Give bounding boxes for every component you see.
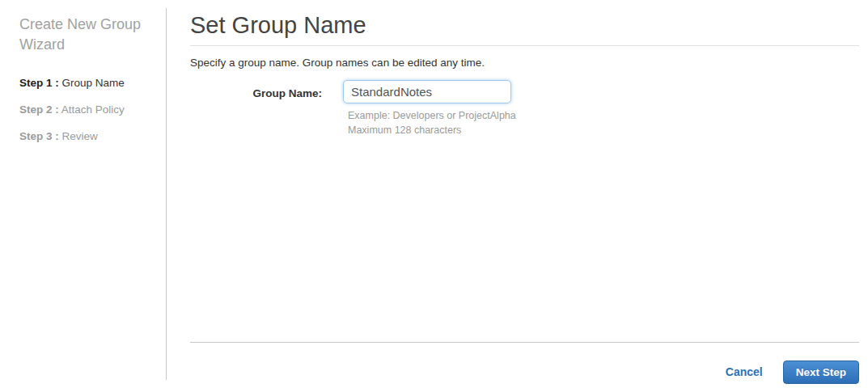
sidebar-step-attach-policy[interactable]: Step 2 : Attach Policy (19, 104, 150, 116)
step-number: Step 3 : (19, 130, 59, 142)
page-title: Set Group Name (190, 0, 859, 46)
step-number: Step 2 : (19, 103, 59, 116)
cancel-button[interactable]: Cancel (726, 365, 763, 378)
step-number: Step 1 : (19, 77, 59, 89)
hint-example: Example: Developers or ProjectAlpha (348, 108, 516, 123)
step-label: Review (62, 130, 98, 142)
hint-max-characters: Maximum 128 characters (348, 123, 516, 137)
wizard-title: Create New Group Wizard (19, 15, 147, 55)
wizard-steps: Step 1 : Group Name Step 2 : Attach Poli… (19, 78, 150, 142)
step-label: Group Name (62, 77, 125, 89)
sidebar-step-group-name[interactable]: Step 1 : Group Name (19, 78, 150, 89)
group-name-hints: Example: Developers or ProjectAlpha Maxi… (343, 108, 516, 137)
sidebar-step-review[interactable]: Step 3 : Review (19, 131, 150, 142)
step-label: Attach Policy (61, 103, 125, 116)
group-name-field-column: Example: Developers or ProjectAlpha Maxi… (343, 80, 516, 137)
page-description: Specify a group name. Group names can be… (190, 57, 859, 69)
wizard-sidebar: Create New Group Wizard Step 1 : Group N… (0, 0, 166, 388)
next-step-button[interactable]: Next Step (783, 361, 859, 384)
group-name-form-row: Group Name: Example: Developers or Proje… (190, 80, 859, 137)
create-group-wizard-window: Create New Group Wizard Step 1 : Group N… (0, 0, 868, 388)
group-name-label: Group Name: (190, 80, 322, 137)
wizard-main-panel: Set Group Name Specify a group name. Gro… (166, 0, 868, 388)
group-name-input[interactable] (343, 80, 511, 103)
wizard-footer: Cancel Next Step (190, 342, 859, 388)
